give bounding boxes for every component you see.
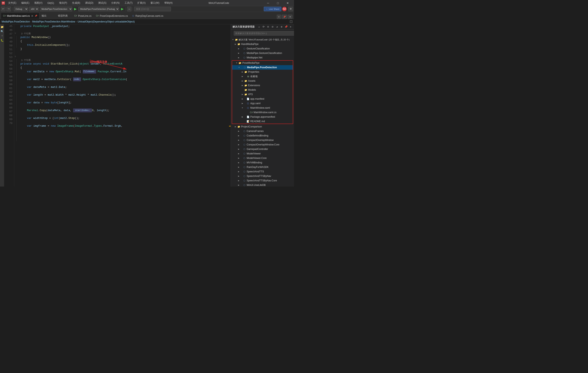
- se-item-mediapipe-net[interactable]: ▶ ⬡ Mediapipe.Net: [231, 55, 294, 60]
- run-button[interactable]: ▶: [73, 7, 78, 11]
- menu-extensions[interactable]: 扩展(X): [136, 1, 147, 5]
- menu-test[interactable]: 测试(S): [96, 1, 108, 5]
- se-item-mediapipe-posedetection[interactable]: ▼ ⬡ MediaPipe.PoseDetection: [232, 65, 293, 70]
- se-item-speech-nav-core[interactable]: ▶ ⬡ SpeechAndTTSByNav.Core: [231, 178, 294, 183]
- se-item-mainwindow-cs[interactable]: C# MainWindow.xaml.cs: [232, 110, 293, 115]
- se-item-gamepad[interactable]: ▶ ⬡ GamepadController: [231, 147, 294, 151]
- se-item-speech[interactable]: ▶ ⬡ SpeechAndTTS: [231, 169, 294, 174]
- tab-output[interactable]: 输出: [39, 13, 56, 19]
- se-item-properties[interactable]: ▶ 📁 Properties: [232, 70, 293, 74]
- menu-view[interactable]: 视图(V): [33, 1, 44, 5]
- se-item-compactoverlay-core[interactable]: ▶ ⬡ CompactOverlayWindow.Core: [231, 142, 294, 147]
- close-button[interactable]: ✕: [283, 0, 292, 6]
- se-settings-icon[interactable]: ⚙: [280, 25, 284, 29]
- undo-button[interactable]: ↩: [1, 7, 6, 11]
- se-item-mainwindow-xaml[interactable]: ▼ ⬡ MainWindow.xaml: [232, 106, 293, 110]
- redo-button[interactable]: ↪: [6, 7, 11, 11]
- menu-help[interactable]: 帮助(H): [163, 1, 174, 5]
- menu-window[interactable]: 窗口(W): [149, 1, 161, 5]
- collapse-arrow-47[interactable]: ▽: [15, 32, 16, 34]
- se-item-models[interactable]: 📁 Models: [232, 88, 293, 92]
- tab-error-list[interactable]: 错误列表: [56, 13, 72, 19]
- tab-rainy[interactable]: ⬡ RainyDayCanvas.xaml.cs: [130, 13, 166, 19]
- activity-git[interactable]: ⑂: [0, 34, 4, 38]
- xaml-icon: ⬡: [246, 106, 250, 109]
- menu-project[interactable]: 项目(P): [57, 1, 69, 5]
- code-line-67: var widthStep = ( int ) mat2 . Step ();: [21, 116, 229, 120]
- activity-debug[interactable]: 🐛: [0, 39, 4, 42]
- se-item-package-manifest[interactable]: ▶ 📄 Package.appxmanifest: [232, 115, 293, 119]
- se-sync-icon[interactable]: ⟳: [262, 25, 265, 29]
- line-num: 51: [6, 48, 12, 52]
- menu-file[interactable]: 文件(E): [7, 1, 18, 5]
- se-item-assets[interactable]: ▶ 📁 Assets: [232, 79, 293, 83]
- bookmark-button[interactable]: ⑅: [127, 7, 131, 11]
- menu-debug[interactable]: 调试(D): [84, 1, 95, 5]
- menu-build[interactable]: 生成(B): [70, 1, 82, 5]
- debug-config-select[interactable]: Debug Release: [14, 7, 28, 11]
- se-item-winui-litedb[interactable]: ▶ ⬡ WinUI.UseLiteDB: [231, 183, 294, 187]
- run-target-select[interactable]: MediaPipe.PoseDetection (Package): [78, 7, 119, 11]
- se-pin-button[interactable]: 📌: [282, 15, 287, 19]
- se-search-input[interactable]: [234, 31, 294, 36]
- se-item-mvvmbinding[interactable]: ▶ ⬡ MVVMBinding: [231, 160, 294, 165]
- menu-tools[interactable]: 工具(T): [123, 1, 134, 5]
- se-refresh-icon[interactable]: ↺: [275, 25, 279, 29]
- live-share-button[interactable]: ↔ Live Share: [264, 7, 281, 11]
- se-item-extensions[interactable]: ▶ 📁 Extensions: [232, 83, 293, 88]
- project-select[interactable]: MediaPipe.PoseDetection: [40, 7, 72, 11]
- tab-pin-icon[interactable]: 📌: [35, 15, 37, 17]
- run-target-button[interactable]: ▶: [120, 7, 125, 11]
- platform-select[interactable]: x64 x86: [29, 7, 39, 11]
- settings-button[interactable]: ⚙: [288, 7, 293, 11]
- se-collapse-icon[interactable]: ⊟: [271, 25, 274, 29]
- tab-poseline[interactable]: C# PoseLine.cs: [72, 13, 94, 19]
- folder-icon: 📁: [244, 84, 247, 87]
- code-content[interactable]: private PoseOutput _poseOutput ; 2 个引用 p…: [18, 24, 229, 187]
- maximize-button[interactable]: □: [273, 0, 283, 6]
- se-item-codebehind[interactable]: ▶ ⬡ CodeBehindBinding: [231, 133, 294, 138]
- se-item-modelviewer-core[interactable]: ▶ ⬡ ModelViewer.Core: [231, 156, 294, 160]
- minimize-button[interactable]: ─: [263, 0, 273, 6]
- right-scrollbar[interactable]: [229, 24, 231, 187]
- menu-git[interactable]: Git(G): [46, 1, 56, 5]
- se-home-icon[interactable]: ⌂: [257, 25, 261, 29]
- item-label: ModelViewer.Core: [247, 157, 267, 160]
- se-item-posemediapipe[interactable]: ▼ 📂 PoseMediaPipe: [232, 61, 293, 65]
- collapse-arrow-53[interactable]: ▽: [15, 55, 16, 58]
- search-input[interactable]: [134, 7, 171, 11]
- se-item-mediapipe-gesture[interactable]: ▶ ⬡ MediaPipe.GestureClassification: [231, 51, 294, 55]
- se-item-readme[interactable]: 📝 README.md: [232, 119, 293, 124]
- breadcrumb-project[interactable]: MediaPipe.PoseDetection: [2, 20, 30, 23]
- activity-explorer[interactable]: 📁: [0, 25, 4, 29]
- se-item-appxaml[interactable]: ▶ ⬡ App.xaml: [232, 101, 293, 106]
- se-item-projectcomparison[interactable]: ▶ 📁 ProjectComparison: [231, 124, 294, 129]
- tab-poseoutput[interactable]: C# PoseOutputExtensions.cs: [94, 13, 130, 19]
- title-bar-controls: ─ □ ✕: [263, 0, 292, 6]
- se-filter-icon[interactable]: ⊡: [266, 25, 270, 29]
- tab-label: PoseLine.cs: [78, 14, 92, 17]
- se-item-modelviewer[interactable]: ▶ ⬡ ModelViewer: [231, 151, 294, 156]
- se-item-appmanifest[interactable]: ▶ 📄 app.manifest: [232, 97, 293, 101]
- tab-mainwindow-cs[interactable]: C# MainWindow.xaml.cs ✕ 📌: [1, 13, 39, 19]
- breadcrumb-method[interactable]: UnloadObject(DependencyObject unloadable…: [78, 20, 135, 23]
- breadcrumb-class[interactable]: MediaPipe.PoseDetection.MainWindow: [32, 20, 75, 23]
- se-item-compactoverlay[interactable]: ▶ ⬡ CompactOverlayWindow: [231, 138, 294, 142]
- se-close-icon[interactable]: ✕: [289, 25, 292, 29]
- tab-close-icon[interactable]: ✕: [31, 14, 33, 18]
- se-item-speech-nav[interactable]: ▶ ⬡ SpeechAndTTSByNav: [231, 174, 294, 178]
- se-item-deps[interactable]: ▶ ⊞ 依赖项: [232, 74, 293, 79]
- se-item-rainday[interactable]: ▶ ⬡ RainDayForWASDK: [231, 165, 294, 169]
- menu-analyze[interactable]: 分析(N): [110, 1, 121, 5]
- se-item-cameraframes[interactable]: ▶ ⬡ CameraFrames: [231, 129, 294, 133]
- se-item-handmediapipe[interactable]: ▶ 📁 HandMediaPipe: [231, 42, 294, 46]
- title-bar-title: WinUITutorialCode: [209, 2, 229, 4]
- se-pin-icon[interactable]: 📌: [284, 25, 288, 29]
- se-item-gestureclassification[interactable]: ▶ ⬡ GestureClassification: [231, 46, 294, 51]
- menu-edit[interactable]: 编辑(E): [20, 1, 31, 5]
- activity-search[interactable]: 🔍: [0, 30, 4, 33]
- se-close-button[interactable]: ✕: [288, 15, 292, 19]
- se-item-vfs[interactable]: ▶ 📁 VFS: [232, 92, 293, 97]
- tab-more-button[interactable]: ≡: [277, 15, 281, 19]
- se-solution-root[interactable]: ▼ 📁 解决方案 'WinUITutorialCode' (20 个项目, 共 …: [231, 37, 294, 42]
